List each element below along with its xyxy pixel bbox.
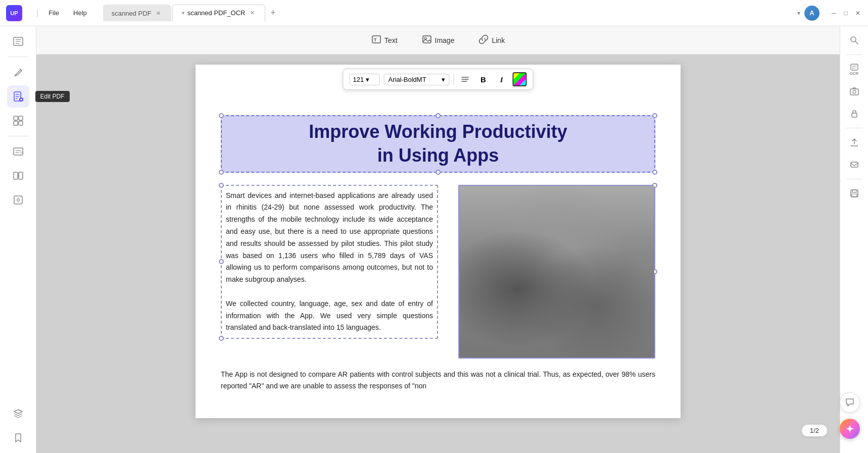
sidebar-item-convert[interactable] (7, 165, 29, 187)
svg-text:OCR: OCR (20, 151, 24, 154)
tab-scanned-pdf-ocr[interactable]: ▾ scanned PDF_OCR ✕ (172, 5, 265, 22)
document-view: 121 ▾ Arial-BoldMT ▾ B I (36, 55, 840, 453)
ocr-button[interactable]: OCR (844, 59, 864, 79)
link-tool-label: Link (492, 36, 505, 44)
text-tool-button[interactable]: T Text (365, 31, 404, 49)
title-text-box[interactable]: Improve Working Productivityin Using App… (221, 115, 655, 173)
link-tool-icon (478, 34, 489, 46)
edit-pdf-tooltip: Edit PDF (35, 91, 70, 102)
avatar[interactable]: A (804, 6, 819, 21)
color-picker-button[interactable] (513, 72, 527, 86)
help-menu[interactable]: Help (67, 7, 93, 19)
svg-rect-23 (14, 196, 22, 204)
sidebar-item-annotate[interactable] (7, 61, 29, 83)
sidebar-item-organize[interactable] (7, 110, 29, 132)
image-tool-label: Image (435, 36, 455, 44)
sidebar-sep-2 (8, 136, 28, 136)
font-size-dropdown-icon: ▾ (366, 76, 369, 83)
svg-rect-14 (19, 116, 23, 120)
font-name-value: Arial-BoldMT (389, 76, 426, 83)
tab-close-1[interactable]: ✕ (155, 9, 163, 17)
search-icon[interactable] (844, 30, 864, 51)
handle-tr (652, 113, 657, 118)
svg-rect-33 (851, 64, 858, 70)
sidebar-item-read[interactable] (7, 30, 29, 53)
rs-sep-2 (846, 128, 862, 128)
text-tool-label: Text (384, 36, 398, 44)
svg-rect-26 (423, 36, 431, 43)
tab-scanned-pdf[interactable]: scanned PDF ✕ (103, 5, 171, 21)
title-bar: UP | File Help scanned PDF ✕ ▾ scanned P… (0, 0, 868, 26)
handle-tm (436, 113, 441, 118)
document-title: Improve Working Productivityin Using App… (230, 120, 646, 168)
updf-logo: UP (6, 5, 22, 21)
right-sidebar: OCR (840, 26, 868, 453)
tab-close-2[interactable]: ✕ (249, 9, 257, 17)
handle-tl (219, 183, 224, 188)
sidebar-item-layers[interactable] (7, 402, 29, 425)
email-button[interactable] (844, 155, 864, 175)
page-counter: 1/2 (801, 424, 828, 437)
svg-rect-36 (850, 89, 858, 95)
handle-br (652, 170, 657, 175)
sidebar-item-edit-pdf[interactable]: Edit PDF (7, 85, 29, 108)
handle-bl (219, 336, 224, 341)
italic-button[interactable]: I (495, 72, 509, 86)
font-name-control[interactable]: Arial-BoldMT ▾ (384, 74, 450, 85)
meeting-image (459, 186, 654, 358)
font-size-value: 121 (353, 76, 364, 83)
maximize-button[interactable]: □ (842, 9, 850, 17)
minimize-button[interactable]: ─ (830, 9, 838, 17)
tab-label-active: scanned PDF_OCR (187, 9, 246, 17)
rs-sep-3 (846, 179, 862, 179)
edit-toolbar: T Text Image Link (36, 26, 840, 55)
sidebar-item-ocr[interactable]: OCR (7, 140, 29, 163)
left-sidebar: Edit PDF OCR (0, 26, 36, 453)
close-button[interactable]: ✕ (854, 9, 862, 17)
chat-button[interactable] (840, 392, 860, 413)
link-tool-button[interactable]: Link (472, 31, 511, 49)
snapshot-button[interactable] (844, 81, 864, 102)
body-content: Smart devices and internet-based applica… (221, 185, 655, 359)
handle-tl (219, 113, 224, 118)
text-tool-icon: T (371, 34, 381, 46)
ai-button[interactable] (840, 419, 860, 439)
svg-text:T: T (374, 37, 377, 42)
svg-line-32 (855, 41, 858, 44)
menu-bar: File Help (42, 7, 93, 19)
sidebar-item-bookmark[interactable] (7, 427, 29, 449)
lock-button[interactable] (844, 104, 864, 124)
toolbar-separator-1 (454, 73, 454, 85)
sidebar-sep-1 (8, 57, 28, 57)
rs-sep-1 (846, 55, 862, 55)
bottom-paragraph: The App is not designed to compare AR pa… (221, 369, 655, 393)
bold-button[interactable]: B (476, 72, 491, 86)
svg-rect-39 (851, 162, 858, 167)
add-tab-button[interactable]: + (266, 6, 280, 20)
export-button[interactable] (844, 132, 864, 153)
svg-rect-42 (852, 194, 857, 196)
body-text-box[interactable]: Smart devices and internet-based applica… (221, 185, 438, 339)
body-image-box[interactable] (458, 185, 655, 359)
image-tool-button[interactable]: Image (416, 31, 461, 49)
tab-label: scanned PDF (112, 10, 152, 17)
svg-rect-21 (14, 172, 18, 179)
font-size-control[interactable]: 121 ▾ (350, 74, 380, 85)
tabs-dropdown-button[interactable]: ▾ (797, 10, 800, 17)
pdf-page: 121 ▾ Arial-BoldMT ▾ B I (196, 65, 681, 418)
save-button[interactable] (844, 183, 864, 204)
svg-rect-22 (19, 172, 23, 179)
tabs-area: scanned PDF ✕ ▾ scanned PDF_OCR ✕ + (103, 5, 797, 22)
window-controls: ─ □ ✕ (830, 9, 862, 17)
body-paragraph: Smart devices and internet-based applica… (226, 190, 433, 334)
file-menu[interactable]: File (42, 7, 65, 19)
align-button[interactable] (458, 72, 472, 86)
svg-rect-15 (14, 121, 18, 125)
image-content (459, 186, 654, 358)
page-number: 1/2 (810, 427, 819, 434)
sidebar-item-compress[interactable] (7, 189, 29, 211)
svg-rect-16 (19, 121, 23, 125)
float-toolbar: 121 ▾ Arial-BoldMT ▾ B I (343, 69, 534, 90)
image-tool-icon (422, 34, 432, 46)
svg-rect-13 (14, 116, 18, 120)
